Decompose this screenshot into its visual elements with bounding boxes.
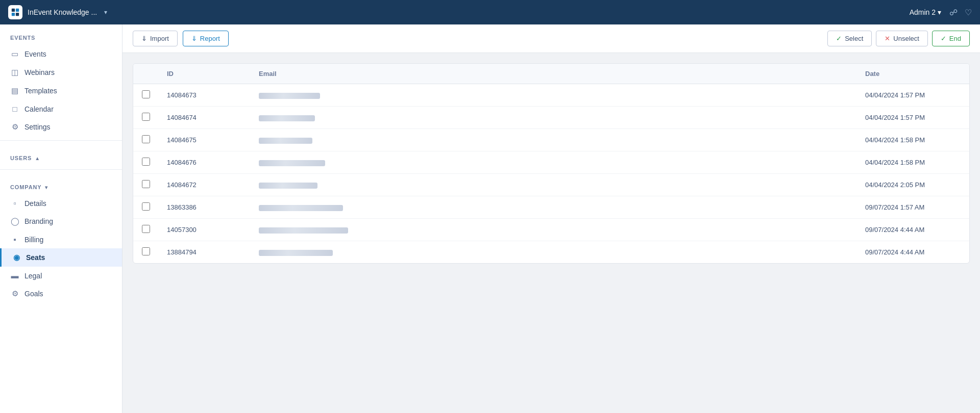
sidebar-item-templates[interactable]: ▤ Templates: [0, 82, 122, 100]
cell-date: 09/07/2024 4:44 AM: [857, 241, 969, 264]
table-row: 1388479409/07/2024 4:44 AM: [133, 241, 969, 264]
data-table-card: ID Email Date 1408467304/04/2024 1:57 PM…: [133, 63, 970, 264]
cell-date: 04/04/2024 1:58 PM: [857, 151, 969, 174]
sidebar-item-goals-label: Goals: [24, 290, 43, 298]
row-checkbox[interactable]: [142, 158, 150, 166]
company-section-chevron-icon: ▾: [45, 185, 48, 190]
bell-icon[interactable]: ♡: [965, 8, 972, 17]
end-button[interactable]: ✓ End: [932, 31, 970, 46]
table-row: 1408467504/04/2024 1:58 PM: [133, 129, 969, 151]
sidebar-item-events-label: Events: [24, 50, 46, 58]
app-title-chevron-icon[interactable]: ▾: [104, 9, 107, 16]
col-checkbox: [133, 64, 159, 84]
settings-icon: ⚙: [10, 122, 19, 132]
row-checkbox[interactable]: [142, 180, 150, 188]
cell-date: 04/04/2024 1:58 PM: [857, 129, 969, 151]
seats-icon: ◉: [12, 253, 21, 262]
row-checkbox[interactable]: [142, 225, 150, 233]
cell-date: 04/04/2024 1:57 PM: [857, 107, 969, 129]
sidebar-divider-2: [0, 169, 122, 170]
sidebar-item-webinars-label: Webinars: [24, 68, 55, 76]
sidebar-item-branding[interactable]: ◯ Branding: [0, 212, 122, 230]
admin-menu[interactable]: Admin 2 ▾: [910, 8, 941, 16]
cell-email: [251, 107, 857, 129]
sidebar-item-branding-label: Branding: [24, 217, 53, 225]
users-section-chevron-icon: ▲: [35, 156, 40, 161]
goals-icon: ⚙: [10, 289, 19, 298]
select-check-icon: ✓: [836, 35, 842, 42]
sidebar-item-details[interactable]: ▫ Details: [0, 194, 122, 212]
calendar-icon: □: [10, 105, 19, 113]
unselect-icon: ✕: [885, 35, 890, 42]
sidebar-item-webinars[interactable]: ◫ Webinars: [0, 63, 122, 82]
table-row: 1408467204/04/2024 2:05 PM: [133, 174, 969, 196]
legal-icon: ▬: [10, 271, 19, 280]
cell-date: 09/07/2024 1:57 AM: [857, 196, 969, 219]
svg-rect-1: [16, 9, 19, 12]
sidebar-item-settings[interactable]: ⚙ Settings: [0, 118, 122, 136]
app-logo[interactable]: [8, 5, 22, 19]
table-row: 1405730009/07/2024 4:44 AM: [133, 219, 969, 241]
unselect-button[interactable]: ✕ Unselect: [876, 31, 928, 46]
cell-id: 13863386: [159, 196, 251, 219]
events-icon: ▭: [10, 49, 19, 59]
cell-date: 09/07/2024 4:44 AM: [857, 219, 969, 241]
table-body: 1408467304/04/2024 1:57 PM1408467404/04/…: [133, 84, 969, 264]
sidebar-item-seats[interactable]: ◉ Seats: [0, 248, 122, 267]
table-row: 1408467304/04/2024 1:57 PM: [133, 84, 969, 107]
sidebar-item-goals[interactable]: ⚙ Goals: [0, 285, 122, 303]
sidebar-divider-1: [0, 140, 122, 141]
cell-id: 14084676: [159, 151, 251, 174]
report-icon: ⇓: [191, 35, 197, 42]
report-button[interactable]: ⇓ Report: [183, 31, 229, 46]
billing-icon: ▪: [10, 235, 19, 244]
admin-name: Admin 2: [910, 8, 936, 16]
end-check-icon: ✓: [941, 35, 946, 42]
sidebar-item-billing[interactable]: ▪ Billing: [0, 230, 122, 248]
import-icon: ⇓: [141, 35, 147, 42]
row-checkbox[interactable]: [142, 90, 150, 98]
toolbar: ⇓ Import ⇓ Report ✓ Select ✕ Unselect: [122, 24, 980, 53]
row-checkbox[interactable]: [142, 202, 150, 211]
sidebar-item-settings-label: Settings: [24, 123, 51, 131]
sidebar-item-seats-label: Seats: [26, 253, 45, 262]
users-section-label[interactable]: USERS ▲: [0, 145, 122, 165]
sidebar-item-events[interactable]: ▭ Events: [0, 45, 122, 63]
svg-rect-0: [12, 9, 15, 12]
cell-id: 14084674: [159, 107, 251, 129]
sidebar-item-legal-label: Legal: [24, 272, 42, 280]
sidebar-item-calendar-label: Calendar: [24, 105, 54, 113]
branding-icon: ◯: [10, 217, 19, 226]
company-section-label[interactable]: COMPANY ▾: [0, 174, 122, 194]
cell-email: [251, 84, 857, 107]
cell-id: 14084675: [159, 129, 251, 151]
col-email: Email: [251, 64, 857, 84]
cell-email: [251, 174, 857, 196]
cell-email: [251, 151, 857, 174]
cell-email: [251, 129, 857, 151]
webinars-icon: ◫: [10, 68, 19, 77]
row-checkbox[interactable]: [142, 135, 150, 143]
notifications-icon[interactable]: ☍: [949, 8, 958, 17]
import-button[interactable]: ⇓ Import: [133, 31, 178, 46]
svg-rect-2: [12, 13, 15, 16]
details-icon: ▫: [10, 199, 19, 208]
sidebar-item-templates-label: Templates: [24, 87, 57, 95]
select-button[interactable]: ✓ Select: [827, 31, 872, 46]
row-checkbox[interactable]: [142, 113, 150, 121]
sidebar-item-details-label: Details: [24, 199, 46, 208]
main-content: ⇓ Import ⇓ Report ✓ Select ✕ Unselect: [122, 24, 980, 413]
cell-email: [251, 241, 857, 264]
cell-email: [251, 219, 857, 241]
sidebar-item-calendar[interactable]: □ Calendar: [0, 100, 122, 118]
events-section-label[interactable]: EVENTS: [0, 24, 122, 45]
cell-date: 04/04/2024 1:57 PM: [857, 84, 969, 107]
cell-email: [251, 196, 857, 219]
content-area: ID Email Date 1408467304/04/2024 1:57 PM…: [122, 53, 980, 413]
cell-id: 14084672: [159, 174, 251, 196]
sidebar-item-legal[interactable]: ▬ Legal: [0, 267, 122, 285]
table-header-row: ID Email Date: [133, 64, 969, 84]
sidebar: EVENTS ▭ Events ◫ Webinars ▤ Templates □…: [0, 24, 122, 413]
row-checkbox[interactable]: [142, 247, 150, 255]
cell-id: 14057300: [159, 219, 251, 241]
